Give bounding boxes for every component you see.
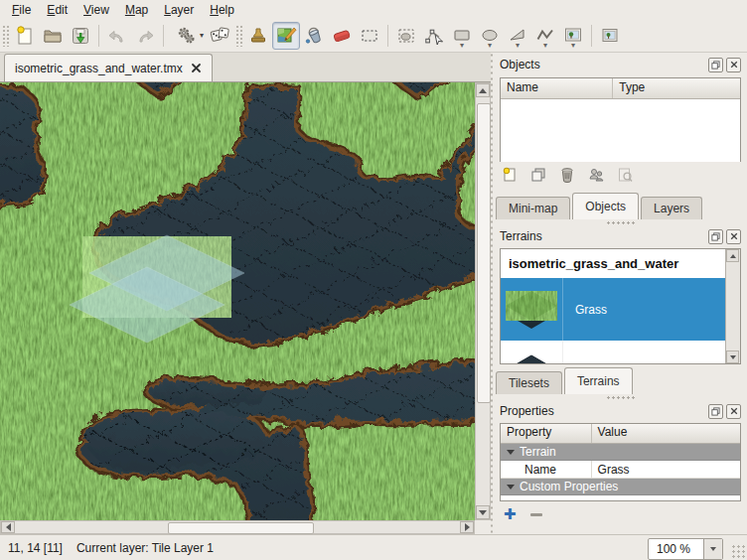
properties-column-value[interactable]: Value <box>592 424 740 443</box>
undo-button[interactable] <box>103 22 131 50</box>
dropdown-caret-icon <box>571 42 575 50</box>
property-group-custom[interactable]: Custom Properties <box>501 479 740 495</box>
duplicate-object-icon[interactable] <box>528 165 548 185</box>
tab-mini-map[interactable]: Mini-map <box>496 197 570 219</box>
scroll-right-button[interactable] <box>460 521 474 533</box>
properties-panel-title: Properties <box>500 404 705 418</box>
terrains-panel-title: Terrains <box>500 229 705 243</box>
terrains-list: isometric_grass_and_water Grass <box>500 248 741 364</box>
size-grip[interactable] <box>731 544 745 558</box>
open-folder-icon <box>42 25 64 47</box>
tileset-heading: isometric_grass_and_water <box>501 249 725 278</box>
redo-icon <box>134 25 156 47</box>
bucket-fill-button[interactable] <box>300 22 328 50</box>
insert-rectangle-button[interactable] <box>448 22 476 50</box>
scroll-down-button[interactable] <box>476 505 490 519</box>
tab-layers[interactable]: Layers <box>641 197 702 219</box>
objects-table-body[interactable] <box>501 99 740 162</box>
float-panel-icon[interactable] <box>708 229 723 244</box>
tab-terrains[interactable]: Terrains <box>564 367 633 394</box>
insert-polyline-button[interactable] <box>531 22 559 50</box>
edit-polygons-icon <box>423 25 445 47</box>
horizontal-scroll-thumb[interactable] <box>168 522 314 534</box>
toolbar-grip[interactable] <box>2 25 9 47</box>
float-panel-icon[interactable] <box>708 404 723 419</box>
add-object-icon[interactable] <box>500 165 520 185</box>
eraser-button[interactable] <box>328 22 356 50</box>
zoom-combo[interactable]: 100 % <box>648 538 723 560</box>
gears-icon <box>176 25 198 47</box>
property-value[interactable]: Grass <box>592 463 630 477</box>
rectangular-select-button[interactable] <box>356 22 383 50</box>
panel-splitter-handle[interactable] <box>606 220 636 225</box>
zoom-dropdown-button[interactable] <box>703 539 722 559</box>
insert-image-button[interactable] <box>596 22 624 50</box>
map-canvas[interactable] <box>0 82 475 520</box>
scroll-up-button[interactable] <box>476 83 490 97</box>
bucket-icon <box>303 25 325 47</box>
menu-edit[interactable]: Edit <box>39 1 75 19</box>
remove-property-icon[interactable] <box>530 513 542 516</box>
property-row-name[interactable]: Name Grass <box>501 461 740 479</box>
image-icon <box>599 25 621 47</box>
automap-button[interactable] <box>168 22 206 50</box>
properties-column-property[interactable]: Property <box>501 424 592 443</box>
scroll-left-button[interactable] <box>1 521 15 533</box>
object-properties-icon[interactable] <box>615 165 635 185</box>
redo-button[interactable] <box>131 22 159 50</box>
terrain-brush-button[interactable] <box>272 22 300 50</box>
group-label: Custom Properties <box>520 480 618 493</box>
close-panel-icon[interactable] <box>726 404 741 419</box>
new-map-button[interactable] <box>11 22 39 50</box>
dice-icon <box>209 25 230 47</box>
rect-select-icon <box>359 25 380 47</box>
menu-map[interactable]: Map <box>117 1 156 19</box>
objects-column-name[interactable]: Name <box>501 78 613 98</box>
insert-ellipse-button[interactable] <box>476 22 504 50</box>
move-objects-icon[interactable] <box>586 165 606 185</box>
terrains-scrollbar[interactable] <box>725 249 740 363</box>
insert-polygon-button[interactable] <box>504 22 531 50</box>
horizontal-scrollbar[interactable] <box>0 520 475 534</box>
document-tab[interactable]: isometric_grass_and_water.tmx <box>4 54 213 81</box>
delete-object-icon[interactable] <box>557 165 577 185</box>
properties-table: Property Value Terrain Name Grass Custom… <box>500 423 741 501</box>
property-group-terrain[interactable]: Terrain <box>501 444 740 461</box>
zoom-value[interactable]: 100 % <box>649 539 703 559</box>
menu-view[interactable]: View <box>75 1 117 19</box>
float-panel-icon[interactable] <box>708 58 723 72</box>
right-dock: Objects Name Type <box>494 53 747 534</box>
select-objects-button[interactable] <box>392 22 420 50</box>
panel-splitter-handle[interactable] <box>606 395 636 400</box>
close-panel-icon[interactable] <box>726 58 741 72</box>
stamp-brush-button[interactable] <box>244 22 272 50</box>
save-file-button[interactable] <box>67 22 94 50</box>
scroll-down-button[interactable] <box>726 350 739 363</box>
insert-tile-button[interactable] <box>559 22 587 50</box>
scroll-up-button[interactable] <box>726 249 739 262</box>
grass-tile-thumbnail <box>501 278 563 341</box>
objects-column-type[interactable]: Type <box>613 78 740 98</box>
add-property-icon[interactable]: ✚ <box>504 507 517 521</box>
tab-close-icon[interactable] <box>191 63 202 73</box>
cursor-position: 11, 14 [11] <box>8 541 63 555</box>
open-file-button[interactable] <box>39 22 67 50</box>
terrain-item-grass[interactable]: Grass <box>501 278 725 341</box>
dropdown-caret-icon <box>516 42 520 50</box>
menu-file[interactable]: File <box>4 1 39 19</box>
random-mode-button[interactable] <box>206 22 233 50</box>
dropdown-caret-icon <box>543 42 547 50</box>
vertical-scroll-thumb[interactable] <box>477 103 491 403</box>
menu-help[interactable]: Help <box>202 1 242 19</box>
edit-polygons-button[interactable] <box>420 22 448 50</box>
tab-tilesets[interactable]: Tilesets <box>496 371 562 394</box>
objects-table[interactable]: Name Type <box>500 77 741 162</box>
close-panel-icon[interactable] <box>726 229 741 244</box>
toolbar-grip-2[interactable] <box>235 25 242 47</box>
vertical-scrollbar[interactable] <box>475 82 491 520</box>
terrain-item-water[interactable]: Water <box>501 341 725 363</box>
dropdown-caret-icon <box>200 32 204 40</box>
terrains-panel-header: Terrains <box>500 227 741 245</box>
tab-objects[interactable]: Objects <box>572 193 639 219</box>
menu-layer[interactable]: Layer <box>156 1 202 19</box>
